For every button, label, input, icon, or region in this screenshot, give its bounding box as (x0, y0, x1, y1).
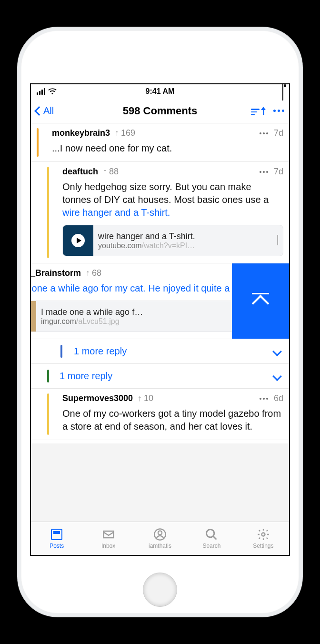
card-url: imgur.com/aLvcu51.jpg (41, 317, 241, 326)
comment[interactable]: Supermoves3000 ↑ 10 6d One of my co-work… (31, 388, 289, 440)
svg-point-2 (207, 530, 214, 537)
chevron-right-icon (277, 235, 278, 245)
comment-more-button[interactable] (260, 398, 268, 400)
nav-header: All 598 Comments (31, 99, 289, 123)
tab-profile[interactable]: iamthatis (134, 522, 186, 555)
comment-more-button[interactable] (260, 171, 268, 173)
comment-body: Only hedgehog size sorry. But you can ma… (55, 177, 283, 219)
signal-icon (37, 88, 45, 95)
comment-text: Only hedgehog size sorry. But you can ma… (62, 181, 269, 205)
video-thumbnail (63, 225, 93, 256)
tab-label: Inbox (101, 543, 115, 549)
card-title: I made one a while ago f… (41, 307, 241, 317)
upvote-arrow-icon: ↑ (115, 128, 119, 138)
more-reply-label: 1 more reply (74, 346, 127, 357)
battery-icon (282, 83, 283, 100)
tab-bar: Posts Inbox iamthatis Search Settings (31, 522, 289, 555)
posts-icon (51, 529, 62, 540)
tab-label: iamthatis (149, 543, 171, 549)
wifi-icon (48, 88, 57, 95)
comment-list[interactable]: monkeybrain3 ↑ 169 7d ...I now need one … (31, 123, 289, 522)
comment-author[interactable]: eneral_Brainstorm (31, 268, 81, 278)
tab-settings[interactable]: Settings (238, 522, 289, 555)
back-label: All (43, 105, 54, 116)
comment-score: 10 (144, 393, 153, 403)
upvote-arrow-icon: ↑ (138, 393, 142, 403)
upvote-arrow-icon: ↑ (86, 268, 90, 278)
comment-body-link[interactable]: made one a while ago for my cat. He njoy… (31, 278, 257, 295)
more-reply-label: 1 more reply (60, 371, 112, 382)
sort-lines-icon (251, 109, 260, 115)
link-preview-card[interactable]: wire hanger and a T-shirt. youtube.com/w… (62, 225, 283, 256)
card-title: wire hanger and a T-shirt. (98, 231, 268, 242)
more-button[interactable] (273, 110, 284, 112)
comment-author[interactable]: deaftuch (62, 167, 98, 177)
comment-body: ...I now need one for my cat. (44, 138, 283, 155)
comment-score: 88 (109, 167, 119, 177)
link-preview-card[interactable]: I made one a while ago f… imgur.com/aLvc… (31, 301, 257, 332)
card-url: youtube.com/watch?v=kPI… (98, 242, 268, 250)
comment-author[interactable]: monkeybrain3 (52, 128, 110, 138)
comment-age: 7d (274, 128, 283, 138)
inbox-icon (102, 528, 115, 541)
comment-body: One of my co-workers got a tiny model ga… (55, 403, 283, 433)
tab-label: Posts (50, 543, 64, 549)
back-button[interactable]: All (36, 105, 54, 116)
settings-icon (257, 528, 270, 541)
inline-link[interactable]: wire hanger and a T-shirt. (62, 207, 170, 218)
profile-icon (153, 528, 167, 541)
tab-label: Settings (253, 543, 273, 549)
comment-score: 169 (121, 128, 135, 138)
comment-age: 7d (274, 167, 283, 177)
sort-arrow-up-icon (261, 107, 266, 115)
play-icon (71, 234, 85, 247)
comment-age: 6d (274, 393, 283, 403)
comment[interactable]: monkeybrain3 ↑ 169 7d ...I now need one … (31, 123, 289, 161)
home-button[interactable] (143, 573, 177, 607)
swipe-upvote-action[interactable] (232, 263, 289, 339)
chevron-down-icon (272, 372, 282, 381)
comment-score: 68 (92, 268, 101, 278)
expand-replies-button[interactable]: 1 more reply (31, 339, 289, 363)
tab-posts[interactable]: Posts (31, 522, 82, 555)
status-bar: 9:41 AM (31, 84, 289, 99)
phone-frame: 9:41 AM All 598 Comments (17, 27, 303, 617)
chevron-left-icon (34, 106, 44, 116)
tab-inbox[interactable]: Inbox (82, 522, 134, 555)
svg-line-3 (213, 536, 217, 540)
upvote-arrow-icon: ↑ (103, 167, 107, 177)
comment[interactable]: deaftuch ↑ 88 7d Only hedgehog size sorr… (31, 161, 289, 263)
sort-button[interactable] (251, 107, 266, 115)
comment-more-button[interactable] (260, 132, 268, 134)
tab-label: Search (202, 543, 220, 549)
status-time: 9:41 AM (146, 87, 175, 96)
svg-point-1 (158, 531, 162, 534)
tab-search[interactable]: Search (186, 522, 237, 555)
search-icon (205, 528, 218, 541)
comment-author[interactable]: Supermoves3000 (62, 393, 133, 403)
image-thumbnail (31, 301, 36, 332)
app-screen: 9:41 AM All 598 Comments (30, 83, 290, 556)
expand-replies-button[interactable]: 1 more reply (31, 363, 289, 388)
comment-swiped[interactable]: eneral_Brainstorm ↑ 68 7d made one a whi… (31, 263, 289, 339)
chevron-down-icon (272, 347, 282, 356)
upvote-icon (252, 293, 269, 310)
svg-point-4 (261, 533, 265, 536)
page-title: 598 Comments (123, 105, 198, 117)
